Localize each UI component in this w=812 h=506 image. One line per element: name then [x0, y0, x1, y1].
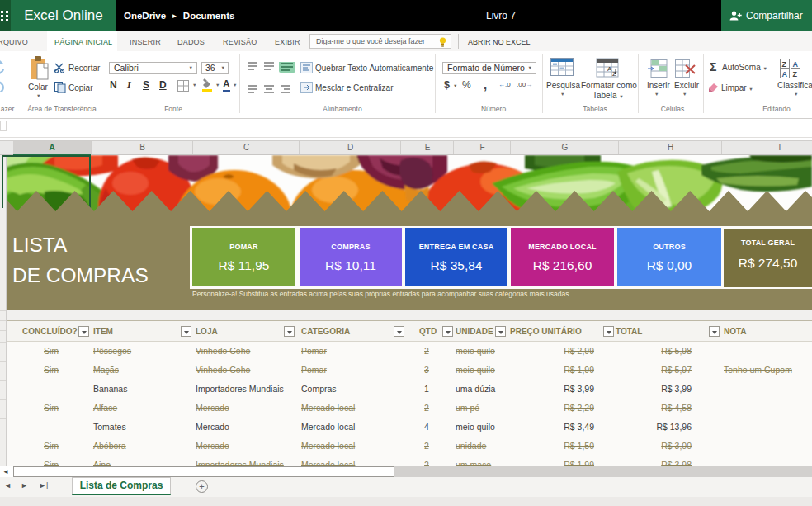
- svg-text:A: A: [782, 70, 788, 78]
- svg-text:Z: Z: [782, 60, 787, 69]
- svg-text:Z: Z: [793, 70, 798, 78]
- svg-text:A: A: [793, 60, 799, 69]
